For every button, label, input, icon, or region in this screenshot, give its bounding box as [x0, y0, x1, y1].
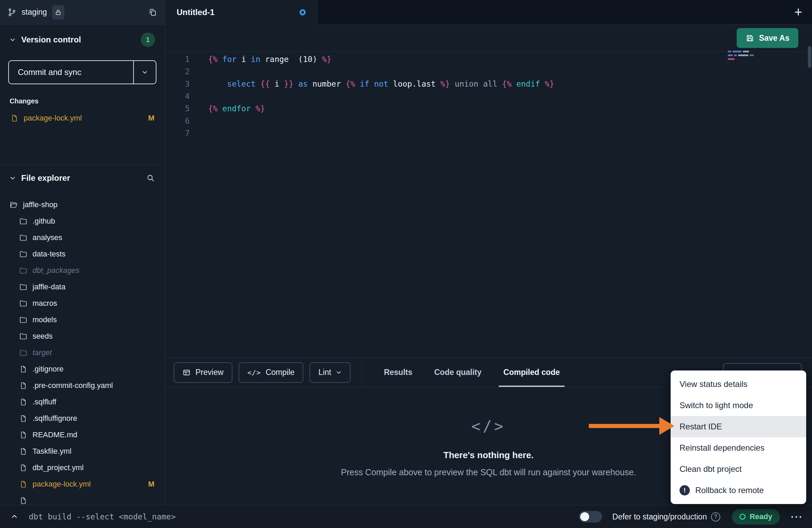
- scrollbar-thumb[interactable]: [808, 46, 811, 68]
- code-text: {% endfor %}: [208, 102, 265, 115]
- ide-options-menu: View status detailsSwitch to light modeR…: [671, 370, 806, 504]
- commit-and-sync-button[interactable]: Commit and sync: [8, 60, 156, 84]
- code-text: select {{ i }} as number {% if not loop.…: [208, 78, 554, 90]
- defer-label: Defer to staging/production: [612, 512, 707, 521]
- preview-label: Preview: [195, 368, 224, 377]
- menu-item-label: View status details: [680, 379, 747, 389]
- preview-button[interactable]: Preview: [174, 362, 232, 383]
- collapse-panel-button[interactable]: [0, 505, 29, 528]
- tree-item-label: README.md: [33, 430, 77, 439]
- help-icon[interactable]: ?: [711, 512, 720, 521]
- menu-item-view-status-details[interactable]: View status details: [671, 374, 806, 395]
- more-options-button[interactable]: ⋯: [790, 511, 802, 523]
- tab-results[interactable]: Results: [384, 358, 412, 387]
- minimap-line: [728, 58, 754, 60]
- menu-item-label: Restart IDE: [680, 422, 722, 431]
- folder-icon: [19, 266, 27, 275]
- folder-icon: [19, 299, 27, 307]
- menu-item-restart-ide[interactable]: Restart IDE: [671, 416, 806, 437]
- ready-label: Ready: [750, 512, 772, 521]
- code-glyph: </>: [471, 417, 506, 435]
- tree-item-taskfile-yml[interactable]: Taskfile.yml: [0, 443, 165, 460]
- tree-item-dbt-project-yml[interactable]: dbt_project.yml: [0, 460, 165, 476]
- tree-item-label: jaffle-shop: [23, 200, 58, 209]
- branch-selector[interactable]: staging: [0, 0, 165, 25]
- code-editor[interactable]: 1{% for i in range (10) %}23 select {{ i…: [165, 51, 812, 357]
- tree-item-label: Taskfile.yml: [33, 447, 72, 456]
- menu-item-rollback-to-remote[interactable]: !Rollback to remote: [671, 480, 806, 501]
- tree-item-pre-commit-config-yaml[interactable]: .pre-commit-config.yaml: [0, 377, 165, 394]
- save-as-button[interactable]: Save As: [737, 28, 798, 48]
- modified-badge: M: [148, 480, 154, 489]
- commit-options-caret[interactable]: [134, 61, 156, 84]
- file-icon: [19, 447, 27, 455]
- file-tree: jaffle-shop.githubanalysesdata-testsdbt_…: [0, 191, 165, 505]
- tree-item-seeds[interactable]: seeds: [0, 328, 165, 344]
- annotation-arrow: [589, 416, 675, 437]
- new-tab-button[interactable]: +: [785, 0, 812, 24]
- code-text: {% for i in range (10) %}: [208, 53, 331, 65]
- tree-item-data-tests[interactable]: data-tests: [0, 246, 165, 262]
- dbt-ide-app: staging Untitled-1 +: [0, 0, 812, 528]
- status-badge[interactable]: Ready: [732, 509, 780, 525]
- empty-state-title: There's nothing here.: [443, 450, 533, 461]
- changed-file-row[interactable]: package-lock.yml M: [0, 111, 165, 125]
- tree-item-jaffle-data[interactable]: jaffle-data: [0, 279, 165, 295]
- folder-icon: [19, 316, 27, 324]
- tab-untitled-1[interactable]: Untitled-1: [165, 0, 318, 25]
- editor-pane: Save As 1{% for i in range (10) %}23 sel…: [165, 25, 812, 357]
- line-number: 7: [165, 127, 190, 139]
- branch-lock-badge: [52, 5, 64, 20]
- menu-item-clean-dbt-project[interactable]: Clean dbt project: [671, 458, 806, 480]
- command-input[interactable]: dbt build --select <model_name>: [29, 512, 176, 521]
- version-control-header[interactable]: Version control 1: [0, 25, 165, 55]
- save-as-label: Save As: [759, 34, 789, 43]
- file-icon: [19, 480, 27, 488]
- tree-item-target[interactable]: target: [0, 344, 165, 361]
- file-explorer-title: File explorer: [21, 173, 70, 183]
- code-line: 6: [165, 115, 812, 127]
- code-line: 1{% for i in range (10) %}: [165, 53, 812, 65]
- line-number: 4: [165, 90, 190, 102]
- copy-icon[interactable]: [148, 8, 157, 17]
- tree-item-dbt-packages[interactable]: dbt_packages: [0, 262, 165, 279]
- tree-item-sqlfluffignore[interactable]: .sqlfluffignore: [0, 410, 165, 427]
- tree-item-package-lock-yml[interactable]: package-lock.ymlM: [0, 476, 165, 492]
- tab-compiled-code[interactable]: Compiled code: [504, 358, 560, 387]
- compile-label: Compile: [266, 368, 294, 377]
- menu-item-reinstall-dependencies[interactable]: Reinstall dependencies: [671, 437, 806, 458]
- tree-item-github[interactable]: .github: [0, 213, 165, 229]
- folder-open-icon: [10, 201, 18, 209]
- tree-item-readme-md[interactable]: README.md: [0, 427, 165, 443]
- minimap[interactable]: [728, 51, 754, 62]
- tree-item-gitignore[interactable]: .gitignore: [0, 361, 165, 377]
- line-number: 2: [165, 65, 190, 78]
- tree-item-label: .sqlfluff: [33, 398, 56, 406]
- tree-item-jaffle-shop[interactable]: jaffle-shop: [0, 197, 165, 213]
- compile-button[interactable]: </> Compile: [239, 362, 304, 383]
- file-explorer-header[interactable]: File explorer: [0, 165, 165, 191]
- tree-item-partial[interactable]: [0, 492, 165, 505]
- tab-code-quality[interactable]: Code quality: [434, 358, 482, 387]
- tree-item-sqlfluff[interactable]: .sqlfluff: [0, 394, 165, 410]
- folder-icon: [19, 349, 27, 357]
- search-icon[interactable]: [146, 174, 155, 183]
- tree-item-macros[interactable]: macros: [0, 295, 165, 312]
- line-number: 5: [165, 102, 190, 115]
- tree-item-label: .github: [33, 217, 55, 226]
- tree-item-label: macros: [33, 299, 57, 308]
- code-line: 7: [165, 127, 812, 139]
- tree-item-label: analyses: [33, 233, 62, 242]
- defer-toggle[interactable]: [579, 511, 602, 523]
- tree-item-label: target: [33, 348, 52, 357]
- menu-item-switch-to-light-mode[interactable]: Switch to light mode: [671, 395, 806, 416]
- menu-item-label: Reinstall dependencies: [680, 443, 764, 453]
- editor-toolbar: Save As: [165, 25, 812, 51]
- toggle-knob: [580, 512, 589, 521]
- tree-item-label: package-lock.yml: [33, 480, 91, 489]
- tree-item-models[interactable]: models: [0, 312, 165, 328]
- panel-tabs: ResultsCode qualityCompiled code: [362, 358, 560, 387]
- commit-and-sync-label: Commit and sync: [9, 61, 133, 84]
- lint-button[interactable]: Lint: [309, 362, 351, 383]
- tree-item-analyses[interactable]: analyses: [0, 229, 165, 246]
